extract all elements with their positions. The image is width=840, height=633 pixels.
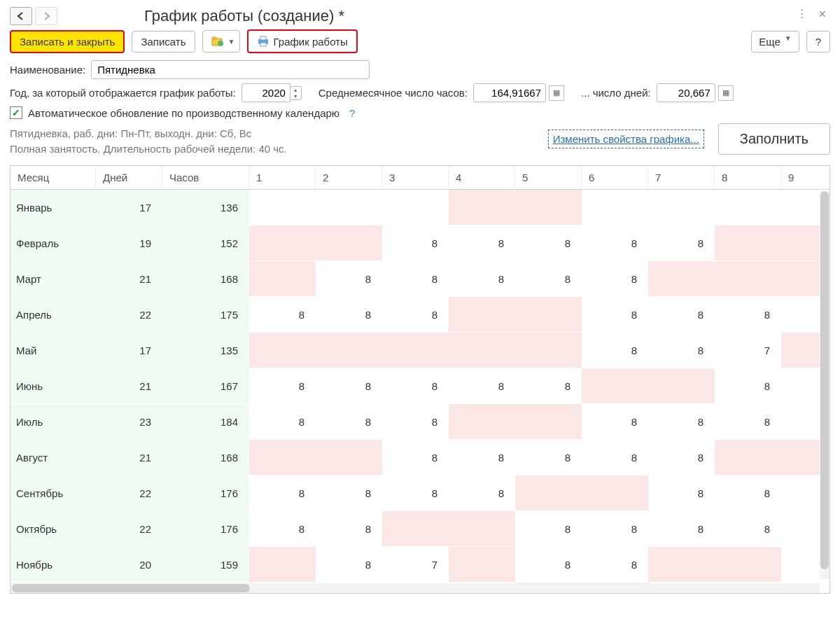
table-cell[interactable]: 8	[715, 368, 781, 404]
table-cell[interactable]: 8	[515, 261, 582, 297]
table-cell[interactable]: 20	[96, 547, 162, 583]
table-cell[interactable]	[715, 225, 781, 261]
print-schedule-button[interactable]: График работы	[247, 29, 358, 53]
table-cell[interactable]	[316, 440, 382, 475]
table-cell[interactable]: 184	[162, 404, 249, 440]
table-cell[interactable]	[316, 225, 382, 261]
table-cell[interactable]: 7	[715, 333, 781, 368]
nav-back-button[interactable]	[10, 7, 32, 25]
help-button[interactable]: ?	[806, 31, 830, 53]
column-header[interactable]: 9	[781, 166, 830, 190]
table-cell[interactable]: 8	[648, 511, 715, 547]
table-cell[interactable]: 22	[96, 511, 162, 547]
table-cell[interactable]: 8	[382, 225, 449, 261]
table-cell[interactable]	[249, 190, 316, 225]
change-properties-link[interactable]: Изменить свойства графика...	[548, 130, 704, 148]
table-cell[interactable]: 8	[515, 368, 582, 404]
table-cell[interactable]: Июнь	[10, 368, 96, 404]
table-cell[interactable]: 8	[515, 511, 582, 547]
column-header[interactable]: Месяц	[10, 166, 96, 190]
table-cell[interactable]	[249, 261, 316, 297]
table-cell[interactable]: 8	[449, 225, 515, 261]
table-cell[interactable]: 8	[648, 297, 715, 333]
table-cell[interactable]: Ноябрь	[10, 547, 96, 583]
save-button[interactable]: Записать	[132, 31, 195, 53]
column-header[interactable]: 8	[715, 166, 781, 190]
table-cell[interactable]: 8	[449, 475, 515, 511]
fill-button[interactable]: Заполнить	[718, 123, 830, 155]
table-cell[interactable]: 8	[249, 475, 316, 511]
table-cell[interactable]	[249, 547, 316, 583]
table-cell[interactable]	[582, 190, 648, 225]
table-cell[interactable]: 8	[515, 225, 582, 261]
table-cell[interactable]: 8	[715, 475, 781, 511]
table-cell[interactable]	[648, 190, 715, 225]
table-cell[interactable]	[648, 261, 715, 297]
table-cell[interactable]: 8	[316, 368, 382, 404]
table-cell[interactable]: 8	[449, 368, 515, 404]
table-cell[interactable]	[515, 190, 582, 225]
attach-dropdown-button[interactable]: ▼	[202, 30, 240, 53]
table-cell[interactable]: 22	[96, 475, 162, 511]
table-cell[interactable]: 23	[96, 404, 162, 440]
table-cell[interactable]	[249, 440, 316, 475]
table-cell[interactable]	[715, 547, 781, 583]
table-cell[interactable]: 17	[96, 190, 162, 225]
table-cell[interactable]: 8	[316, 404, 382, 440]
table-cell[interactable]	[249, 225, 316, 261]
table-cell[interactable]	[449, 547, 515, 583]
table-cell[interactable]: Октябрь	[10, 511, 96, 547]
more-button[interactable]: Еще▼	[751, 31, 799, 53]
table-cell[interactable]: 176	[162, 475, 249, 511]
table-cell[interactable]: 8	[249, 368, 316, 404]
close-icon[interactable]: ×	[818, 7, 826, 22]
table-cell[interactable]: 8	[382, 297, 449, 333]
column-header[interactable]: 6	[582, 166, 648, 190]
table-cell[interactable]	[582, 368, 648, 404]
table-cell[interactable]: 8	[582, 440, 648, 475]
table-cell[interactable]: 8	[582, 297, 648, 333]
save-and-close-button[interactable]: Записать и закрыть	[10, 30, 125, 53]
table-cell[interactable]: 21	[96, 368, 162, 404]
table-cell[interactable]	[648, 547, 715, 583]
table-cell[interactable]: 8	[715, 297, 781, 333]
table-cell[interactable]	[382, 190, 449, 225]
table-cell[interactable]: 8	[715, 511, 781, 547]
table-cell[interactable]: 8	[316, 297, 382, 333]
table-cell[interactable]	[382, 511, 449, 547]
table-cell[interactable]	[449, 404, 515, 440]
vertical-scrollbar[interactable]	[820, 191, 830, 579]
table-cell[interactable]: 176	[162, 511, 249, 547]
table-cell[interactable]	[449, 333, 515, 368]
table-cell[interactable]	[515, 297, 582, 333]
table-cell[interactable]: 21	[96, 440, 162, 475]
table-cell[interactable]: 8	[382, 368, 449, 404]
auto-update-checkbox[interactable]: ✓	[10, 106, 22, 119]
help-hint-icon[interactable]: ?	[349, 107, 355, 119]
table-cell[interactable]: 8	[582, 261, 648, 297]
table-cell[interactable]: 8	[449, 261, 515, 297]
table-cell[interactable]: 8	[515, 440, 582, 475]
table-cell[interactable]: 17	[96, 333, 162, 368]
column-header[interactable]: 5	[515, 166, 582, 190]
table-cell[interactable]: Май	[10, 333, 96, 368]
table-cell[interactable]: 8	[249, 297, 316, 333]
table-cell[interactable]	[715, 440, 781, 475]
menu-dots-icon[interactable]: ⋮	[797, 7, 807, 22]
table-cell[interactable]: 167	[162, 368, 249, 404]
table-cell[interactable]: 8	[515, 547, 582, 583]
column-header[interactable]: Часов	[162, 166, 249, 190]
table-cell[interactable]: 8	[582, 511, 648, 547]
table-cell[interactable]: 8	[449, 440, 515, 475]
table-cell[interactable]: 152	[162, 225, 249, 261]
calculator-icon[interactable]: ▦	[549, 85, 564, 101]
table-cell[interactable]	[382, 333, 449, 368]
table-cell[interactable]	[515, 475, 582, 511]
table-cell[interactable]	[515, 404, 582, 440]
table-cell[interactable]: Февраль	[10, 225, 96, 261]
table-cell[interactable]	[715, 190, 781, 225]
table-cell[interactable]: 8	[249, 404, 316, 440]
table-cell[interactable]: 136	[162, 190, 249, 225]
table-cell[interactable]	[249, 333, 316, 368]
avg-days-input[interactable]	[657, 83, 715, 102]
